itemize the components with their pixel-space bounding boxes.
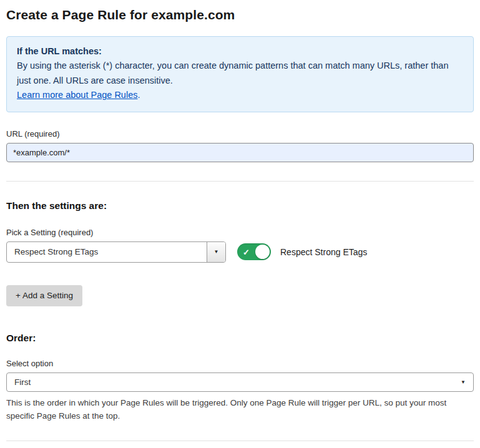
- setting-toggle-label: Respect Strong ETags: [280, 247, 367, 257]
- url-label: URL (required): [6, 129, 474, 139]
- link-suffix: .: [137, 90, 140, 100]
- check-icon: ✓: [243, 247, 250, 256]
- page-rule-form: Create a Page Rule for example.com If th…: [0, 0, 480, 448]
- setting-select[interactable]: Respect Strong ETags ▼: [6, 241, 226, 263]
- chevron-down-icon: ▼: [214, 250, 219, 255]
- chevron-down-icon: ▼: [461, 380, 466, 385]
- order-select-label: Select option: [6, 359, 474, 368]
- info-box-heading: If the URL matches:: [17, 44, 463, 59]
- setting-row: Respect Strong ETags ▼ ✓ Respect Strong …: [6, 241, 474, 263]
- toggle-knob: [255, 245, 270, 259]
- url-input[interactable]: [6, 143, 474, 162]
- setting-toggle-group: ✓ Respect Strong ETags: [237, 243, 367, 260]
- order-select-value: First: [14, 377, 31, 387]
- setting-select-value: Respect Strong ETags: [7, 242, 207, 262]
- learn-more-link[interactable]: Learn more about Page Rules: [17, 90, 137, 100]
- page-title: Create a Page Rule for example.com: [6, 7, 474, 22]
- order-help-text: This is the order in which your Page Rul…: [6, 397, 474, 423]
- info-link-row: Learn more about Page Rules.: [17, 88, 463, 102]
- settings-heading: Then the settings are:: [6, 200, 474, 212]
- pick-setting-label: Pick a Setting (required): [6, 228, 474, 237]
- setting-select-dropdown-button[interactable]: ▼: [207, 242, 225, 262]
- order-select[interactable]: First ▼: [6, 373, 474, 392]
- add-setting-button[interactable]: + Add a Setting: [6, 285, 82, 306]
- setting-toggle[interactable]: ✓: [237, 243, 271, 260]
- url-match-info-box: If the URL matches: By using the asteris…: [6, 36, 474, 112]
- order-heading: Order:: [6, 333, 474, 344]
- divider: [6, 441, 474, 441]
- info-box-body: By using the asterisk (*) character, you…: [17, 59, 463, 88]
- divider: [6, 181, 474, 182]
